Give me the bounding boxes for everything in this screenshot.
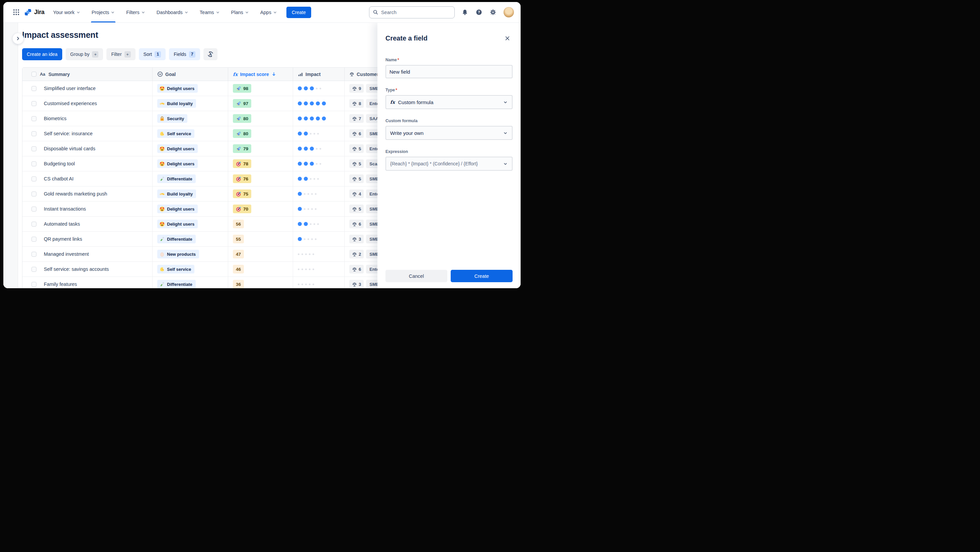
summary-cell[interactable]: QR payment links bbox=[22, 231, 153, 246]
nav-item-your-work[interactable]: Your work bbox=[53, 2, 80, 22]
nav-item-filters[interactable]: Filters bbox=[126, 2, 145, 22]
summary-cell[interactable]: CS chatbot AI bbox=[22, 171, 153, 186]
impact-cell[interactable] bbox=[293, 247, 345, 262]
nav-item-dashboards[interactable]: Dashboards bbox=[157, 2, 188, 22]
group-by-button[interactable]: Group by + bbox=[65, 48, 103, 60]
row-checkbox[interactable] bbox=[32, 191, 37, 196]
table-row[interactable]: CS chatbot AIDifferentiate765SMB bbox=[22, 171, 412, 187]
goal-cell[interactable]: Build loyalty bbox=[153, 187, 228, 201]
impact-score-cell[interactable]: 56 bbox=[228, 217, 293, 231]
goal-cell[interactable]: Differentiate bbox=[153, 171, 228, 186]
nav-item-plans[interactable]: Plans bbox=[231, 2, 249, 22]
impact-score-cell[interactable]: 46 bbox=[228, 262, 293, 276]
summary-cell[interactable]: Customised experiences bbox=[22, 96, 153, 111]
impact-score-cell[interactable]: 98 bbox=[228, 81, 293, 96]
row-checkbox[interactable] bbox=[32, 86, 37, 91]
goal-cell[interactable]: Differentiate bbox=[153, 277, 228, 288]
search-box[interactable] bbox=[369, 6, 455, 18]
summary-cell[interactable]: Managed investment bbox=[22, 247, 153, 262]
row-checkbox[interactable] bbox=[32, 101, 37, 106]
create-button[interactable]: Create bbox=[286, 7, 311, 18]
table-row[interactable]: QR payment linksDifferentiate553SMB bbox=[22, 231, 412, 247]
impact-score-cell[interactable]: 55 bbox=[228, 231, 293, 246]
impact-cell[interactable] bbox=[293, 217, 345, 231]
table-row[interactable]: Disposable virtual cardsDelight users795… bbox=[22, 141, 412, 156]
row-checkbox[interactable] bbox=[32, 267, 37, 272]
impact-cell[interactable] bbox=[293, 277, 345, 288]
summary-cell[interactable]: Gold rewards marketing push bbox=[22, 187, 153, 201]
summary-cell[interactable]: Simplified user interface bbox=[22, 81, 153, 96]
summary-cell[interactable]: Instant transactions bbox=[22, 201, 153, 216]
row-checkbox[interactable] bbox=[32, 146, 37, 151]
impact-score-cell[interactable]: 80 bbox=[228, 111, 293, 126]
notifications-button[interactable] bbox=[460, 7, 470, 18]
header-impact-score[interactable]: fx Impact score bbox=[228, 68, 293, 81]
goal-cell[interactable]: Differentiate bbox=[153, 231, 228, 246]
impact-score-cell[interactable]: 75 bbox=[228, 187, 293, 201]
table-row[interactable]: Customised experiencesBuild loyalty978En… bbox=[22, 96, 412, 111]
nav-item-projects[interactable]: Projects bbox=[92, 2, 115, 22]
impact-cell[interactable] bbox=[293, 171, 345, 186]
table-row[interactable]: Instant transactionsDelight users705SMB bbox=[22, 201, 412, 217]
summary-cell[interactable]: Self service: savings accounts bbox=[22, 262, 153, 276]
row-checkbox[interactable] bbox=[32, 252, 37, 257]
app-switcher-button[interactable] bbox=[11, 7, 21, 18]
table-row[interactable]: Managed investmentNew products472SMB bbox=[22, 247, 412, 262]
impact-cell[interactable] bbox=[293, 96, 345, 111]
impact-cell[interactable] bbox=[293, 201, 345, 216]
row-checkbox[interactable] bbox=[32, 222, 37, 227]
translate-button[interactable]: A bbox=[204, 48, 218, 60]
impact-cell[interactable] bbox=[293, 126, 345, 141]
summary-cell[interactable]: Automated tasks bbox=[22, 217, 153, 231]
goal-cell[interactable]: New products bbox=[153, 247, 228, 262]
filter-button[interactable]: Filter + bbox=[107, 48, 135, 60]
nav-item-apps[interactable]: Apps bbox=[260, 2, 277, 22]
header-summary[interactable]: Aa Summary bbox=[22, 68, 153, 81]
goal-cell[interactable]: Self service bbox=[153, 262, 228, 276]
goal-cell[interactable]: Delight users bbox=[153, 81, 228, 96]
expression-select[interactable]: {Reach} * {Impact} * (Confidence} / {Eff… bbox=[385, 157, 512, 171]
table-row[interactable]: Budgeting toolDelight users785Scale bbox=[22, 156, 412, 171]
row-checkbox[interactable] bbox=[32, 116, 37, 121]
row-checkbox[interactable] bbox=[32, 161, 37, 166]
table-row[interactable]: Simplified user interfaceDelight users98… bbox=[22, 81, 412, 96]
sort-button[interactable]: Sort 1 bbox=[139, 48, 166, 60]
table-row[interactable]: BiometricsSecurity807SAAS bbox=[22, 111, 412, 126]
impact-score-cell[interactable]: 70 bbox=[228, 201, 293, 216]
settings-button[interactable] bbox=[487, 7, 498, 18]
row-checkbox[interactable] bbox=[32, 237, 37, 242]
summary-cell[interactable]: Family features bbox=[22, 277, 153, 288]
header-impact[interactable]: Impact bbox=[293, 68, 345, 81]
goal-cell[interactable]: Delight users bbox=[153, 141, 228, 156]
close-panel-button[interactable] bbox=[502, 33, 512, 43]
impact-score-cell[interactable]: 79 bbox=[228, 141, 293, 156]
goal-cell[interactable]: Delight users bbox=[153, 156, 228, 171]
create-idea-button[interactable]: Create an idea bbox=[22, 48, 62, 60]
custom-formula-select[interactable]: Write your own bbox=[385, 126, 512, 140]
user-avatar[interactable] bbox=[504, 7, 514, 18]
impact-cell[interactable] bbox=[293, 262, 345, 276]
type-select[interactable]: fx Custom formula bbox=[385, 95, 512, 109]
impact-cell[interactable] bbox=[293, 141, 345, 156]
goal-cell[interactable]: Delight users bbox=[153, 201, 228, 216]
impact-score-cell[interactable]: 97 bbox=[228, 96, 293, 111]
row-checkbox[interactable] bbox=[32, 176, 37, 182]
impact-score-cell[interactable]: 47 bbox=[228, 247, 293, 262]
goal-cell[interactable]: Delight users bbox=[153, 217, 228, 231]
table-row[interactable]: Automated tasksDelight users566SMB bbox=[22, 217, 412, 231]
goal-cell[interactable]: Security bbox=[153, 111, 228, 126]
goal-cell[interactable]: Self service bbox=[153, 126, 228, 141]
impact-cell[interactable] bbox=[293, 156, 345, 171]
nav-item-teams[interactable]: Teams bbox=[200, 2, 220, 22]
row-checkbox[interactable] bbox=[32, 131, 37, 136]
goal-cell[interactable]: Build loyalty bbox=[153, 96, 228, 111]
impact-score-cell[interactable]: 76 bbox=[228, 171, 293, 186]
row-checkbox[interactable] bbox=[32, 207, 37, 212]
summary-cell[interactable]: Disposable virtual cards bbox=[22, 141, 153, 156]
impact-cell[interactable] bbox=[293, 81, 345, 96]
fields-button[interactable]: Fields 7 bbox=[169, 48, 200, 60]
impact-cell[interactable] bbox=[293, 231, 345, 246]
header-goal[interactable]: Goal bbox=[153, 68, 228, 81]
help-button[interactable]: ? bbox=[473, 7, 484, 18]
select-all-checkbox[interactable] bbox=[32, 72, 37, 77]
